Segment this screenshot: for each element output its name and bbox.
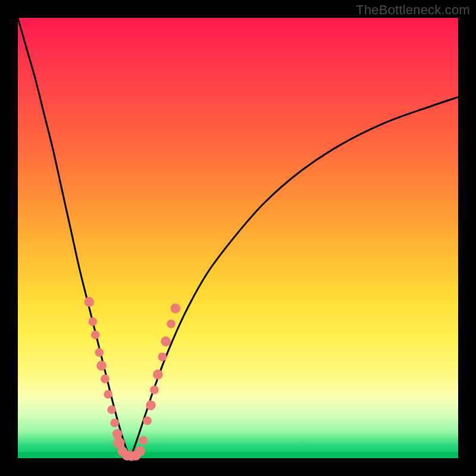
sample-dot — [143, 416, 152, 425]
sample-dots — [84, 297, 181, 461]
sample-dot — [107, 405, 116, 414]
sample-dot — [96, 361, 107, 371]
sample-dot — [153, 369, 163, 380]
sample-dot — [110, 418, 119, 427]
sample-dot — [88, 317, 97, 326]
watermark-text: TheBottleneck.com — [356, 2, 470, 18]
sample-dot — [161, 337, 171, 347]
sample-dot — [139, 436, 148, 445]
sample-dot — [146, 400, 156, 411]
sample-dot — [158, 352, 167, 361]
bottleneck-curve — [18, 18, 458, 458]
sample-dot — [104, 390, 112, 399]
plot-area — [18, 18, 458, 458]
sample-dot — [95, 348, 104, 357]
chart-frame: TheBottleneck.com — [0, 0, 476, 476]
sample-dot — [171, 303, 181, 314]
sample-dot — [150, 386, 159, 394]
sample-dot — [91, 330, 100, 339]
sample-dot — [167, 320, 176, 328]
sample-dot — [135, 446, 145, 456]
sample-dot — [101, 374, 109, 383]
curve-left-branch — [18, 18, 130, 458]
curve-right-branch — [130, 97, 458, 458]
chart-svg — [18, 18, 458, 458]
sample-dot — [112, 429, 123, 439]
sample-dot — [84, 297, 95, 307]
